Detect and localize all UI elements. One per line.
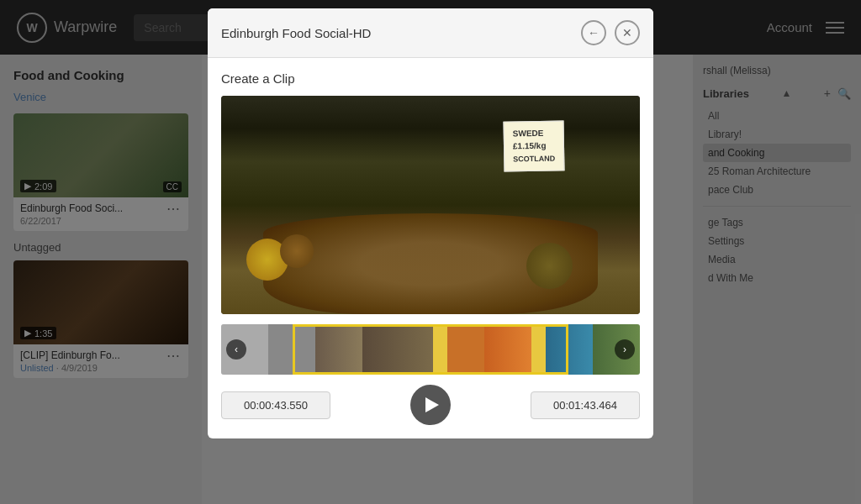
fs-seg-orange bbox=[447, 324, 485, 375]
fs-seg-people2 bbox=[362, 324, 433, 375]
filmstrip-inner bbox=[221, 324, 640, 375]
modal-body: Create a Clip SWEDE£1.15/kgSCOTLAND bbox=[208, 58, 653, 438]
modal: Edinburgh Food Social-HD ← ✕ Create a Cl… bbox=[208, 8, 653, 438]
play-button[interactable] bbox=[410, 385, 451, 425]
fs-seg-2 bbox=[268, 324, 315, 375]
filmstrip: ‹ › bbox=[221, 324, 640, 375]
clip-controls bbox=[221, 385, 640, 425]
veg-2 bbox=[280, 234, 314, 268]
filmstrip-next-button[interactable]: › bbox=[615, 339, 635, 360]
play-icon bbox=[425, 397, 439, 412]
modal-overlay: Edinburgh Food Social-HD ← ✕ Create a Cl… bbox=[0, 0, 861, 504]
start-time-input[interactable] bbox=[221, 391, 330, 419]
create-clip-title: Create a Clip bbox=[221, 71, 640, 86]
modal-title: Edinburgh Food Social-HD bbox=[221, 26, 371, 40]
close-button[interactable]: ✕ bbox=[615, 20, 640, 45]
filmstrip-prev-button[interactable]: ‹ bbox=[226, 339, 246, 360]
fs-seg-teal bbox=[546, 324, 593, 375]
swede-sign: SWEDE£1.15/kgSCOTLAND bbox=[503, 120, 564, 171]
back-icon: ← bbox=[588, 26, 600, 39]
modal-header-icons: ← ✕ bbox=[581, 20, 640, 45]
close-icon: ✕ bbox=[622, 26, 632, 39]
modal-header: Edinburgh Food Social-HD ← ✕ bbox=[208, 8, 653, 58]
veg-3 bbox=[526, 243, 573, 289]
back-button[interactable]: ← bbox=[581, 20, 606, 45]
video-preview-content: SWEDE£1.15/kgSCOTLAND bbox=[221, 96, 640, 314]
fs-seg-yellow bbox=[433, 324, 447, 375]
video-preview: SWEDE£1.15/kgSCOTLAND bbox=[221, 96, 640, 314]
fs-seg-3 bbox=[315, 324, 362, 375]
end-time-input[interactable] bbox=[531, 391, 640, 419]
fs-seg-yellow2 bbox=[531, 324, 546, 375]
fs-seg-food bbox=[484, 324, 531, 375]
